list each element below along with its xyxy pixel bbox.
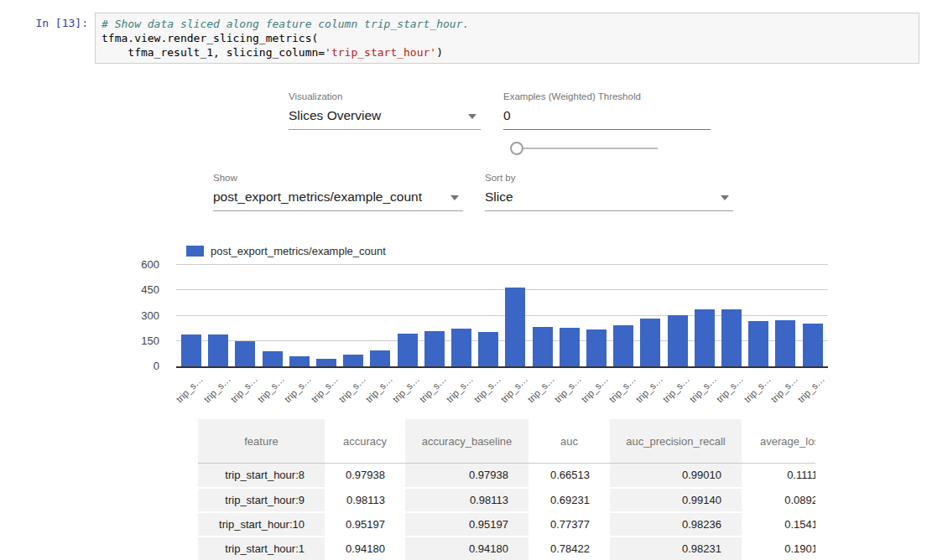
bar[interactable] [721,309,742,366]
visualization-select[interactable]: Visualization Slices Overview [289,91,481,130]
metric-cell: 0.0892 [742,488,815,512]
bar[interactable] [803,324,823,366]
metric-cell: 0.69231 [528,488,610,512]
column-header-auc[interactable]: auc [528,419,610,464]
header-row: featureaccuracyaccuracy_baselineaucauc_p… [198,419,815,464]
chevron-down-icon[interactable] [721,195,729,200]
metric-cell: 0.94180 [405,537,528,560]
metric-cell: 0.77377 [528,512,610,537]
x-tick: trip_s… [235,370,255,403]
x-tick: trip_s… [640,370,660,403]
x-tick-label: trip_s… [742,374,773,405]
metric-cell: 0.98231 [610,537,742,560]
bar[interactable] [208,334,228,366]
x-tick-label: trip_s… [391,374,422,405]
column-header-feature[interactable]: feature [198,419,325,464]
x-tick-label: trip_s… [768,374,799,405]
bar[interactable] [235,341,255,366]
metric-cell: 0.98113 [325,488,405,512]
x-tick: trip_s… [668,370,688,403]
bar[interactable] [289,356,310,366]
x-tick: trip_s… [505,370,525,403]
y-tick-label: 0 [126,360,159,372]
x-tick-label: trip_s… [498,374,529,405]
x-axis-labels: trip_s…trip_s…trip_s…trip_s…trip_s…trip_… [176,370,828,403]
bar[interactable] [613,325,633,366]
metric-cell: 0.95197 [405,512,528,537]
bar[interactable] [370,350,390,366]
metrics-table-container: featureaccuracyaccuracy_baselineaucauc_p… [198,419,815,560]
cell-prompt: In [13]: [0,17,88,29]
sort-by-select[interactable]: Sort by Slice [485,172,733,211]
chevron-down-icon[interactable] [468,114,476,119]
bar[interactable] [748,321,768,366]
visualization-value: Slices Overview [289,107,481,124]
bar[interactable] [560,328,580,366]
metric-cell: 0.94180 [325,537,405,560]
column-header-accuracy[interactable]: accuracy [325,419,405,464]
sort-by-label: Sort by [485,172,733,184]
bar[interactable] [451,329,471,366]
bar[interactable] [533,327,553,366]
column-header-average_los[interactable]: average_los [742,419,815,464]
bar[interactable] [775,320,795,366]
bar[interactable] [586,329,607,366]
underline [485,210,733,211]
bar[interactable] [316,359,336,366]
show-metric-select[interactable]: Show post_export_metrics/example_count [213,172,463,211]
table-row: trip_start_hour:10.941800.941800.784220.… [198,537,815,560]
metric-cell: 0.1111 [742,464,815,488]
metric-cell: 0.98236 [610,512,742,537]
table-header: featureaccuracyaccuracy_baselineaucauc_p… [198,419,815,464]
x-tick-label: trip_s… [256,374,287,405]
x-tick: trip_s… [478,370,498,403]
column-header-auc_precision_recall[interactable]: auc_precision_recall [610,419,742,464]
threshold-input[interactable]: Examples (Weighted) Threshold 0 [503,91,711,130]
code-line: tfma_result_1, slicing_column='trip_star… [102,45,912,60]
metric-cell: 0.97938 [325,464,405,488]
x-tick: trip_s… [289,370,310,403]
code-line: # Show data sliced along feature column … [102,17,912,31]
bar[interactable] [181,334,201,366]
show-label: Show [213,172,463,184]
bar[interactable] [263,351,283,366]
x-tick-label: trip_s… [715,374,746,405]
x-tick: trip_s… [208,370,228,403]
x-tick-label: trip_s… [283,374,314,405]
visualization-label: Visualization [289,91,481,102]
y-tick-label: 150 [126,334,159,347]
bar[interactable] [695,309,715,366]
bar[interactable] [343,355,363,366]
x-tick-label: trip_s… [580,374,611,405]
x-tick-label: trip_s… [228,374,259,405]
x-tick-label: trip_s… [445,374,476,405]
metric-cell: 0.99140 [610,488,742,512]
column-header-accuracy_baseline[interactable]: accuracy_baseline [405,419,528,464]
slider-track[interactable] [517,148,658,149]
legend-label: post_export_metrics/example_count [211,245,386,257]
bar[interactable] [398,334,418,366]
threshold-slider[interactable] [510,142,658,155]
bar[interactable] [478,332,498,366]
bar[interactable] [505,288,525,366]
bar[interactable] [640,319,660,366]
bar[interactable] [668,315,688,367]
x-tick-label: trip_s… [526,374,557,405]
table-row: trip_start_hour:90.981130.981130.692310.… [198,488,815,512]
x-tick-label: trip_s… [796,374,827,405]
slider-thumb[interactable] [510,142,523,155]
chevron-down-icon[interactable] [450,195,459,200]
code-editor[interactable]: # Show data sliced along feature column … [95,13,919,64]
metrics-table: featureaccuracyaccuracy_baselineaucauc_p… [198,419,815,560]
notebook-page: In [13]: # Show data sliced along featur… [0,0,932,560]
feature-cell: trip_start_hour:10 [198,512,325,537]
underline [213,210,463,211]
x-tick: trip_s… [316,370,336,403]
bars-container [176,265,828,366]
metric-cell: 0.1901 [742,537,815,560]
threshold-label: Examples (Weighted) Threshold [503,91,711,102]
bar[interactable] [424,331,445,366]
metric-cell: 0.1541 [742,512,815,537]
metric-cell: 0.97938 [405,464,528,488]
metric-cell: 0.99010 [610,464,742,488]
